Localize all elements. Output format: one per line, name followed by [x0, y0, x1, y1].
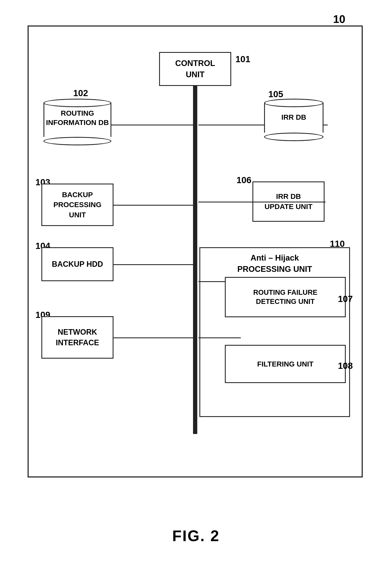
routing-db-cylinder: ROUTING INFORMATION DB	[43, 99, 111, 145]
anti-hijack-label: Anti – Hijack PROCESSING UNIT	[200, 252, 349, 275]
backup-processing-box: BACKUP PROCESSING UNIT	[41, 184, 113, 226]
control-unit-box: CONTROL UNIT	[159, 52, 231, 86]
network-interface-label: NETWORK INTERFACE	[56, 327, 99, 348]
network-interface-box: NETWORK INTERFACE	[41, 316, 113, 359]
backup-processing-connector	[113, 205, 195, 206]
label-106: 106	[237, 175, 251, 185]
label-108: 108	[338, 361, 353, 371]
routing-db-cylinder-body: ROUTING INFORMATION DB	[43, 103, 111, 137]
irr-db-cylinder-body: IRR DB	[264, 103, 323, 133]
irr-db-cylinder: IRR DB	[264, 99, 323, 141]
control-unit-label: CONTROL UNIT	[175, 58, 215, 80]
figure-number-top: 10	[333, 13, 345, 26]
anti-hijack-connector2	[198, 337, 241, 338]
filtering-unit-label: FILTERING UNIT	[257, 359, 313, 369]
routing-db-cylinder-bottom	[43, 137, 111, 145]
routing-db-cylinder-top	[43, 99, 111, 107]
backup-hdd-box: BACKUP HDD	[41, 247, 113, 281]
page-container: 10 CONTROL UNIT 101 102 ROUTING INFORMAT…	[0, 0, 392, 570]
network-interface-connector	[113, 337, 195, 338]
label-101: 101	[236, 54, 250, 64]
routing-db-label: ROUTING INFORMATION DB	[46, 106, 109, 133]
label-105: 105	[268, 89, 283, 99]
irr-db-cylinder-bottom	[264, 133, 323, 141]
label-107: 107	[338, 294, 353, 304]
irr-db-label: IRR DB	[281, 110, 306, 125]
backup-hdd-connector	[113, 264, 195, 265]
fig-caption: FIG. 2	[172, 527, 220, 544]
main-bus-line	[193, 86, 197, 434]
routing-failure-box: ROUTING FAILURE DETECTING UNIT	[225, 277, 346, 317]
anti-hijack-box: Anti – Hijack PROCESSING UNIT	[199, 247, 350, 417]
routing-db-connector	[111, 125, 194, 125]
routing-failure-label: ROUTING FAILURE DETECTING UNIT	[253, 288, 318, 306]
diagram-box: CONTROL UNIT 101 102 ROUTING INFORMATION…	[28, 26, 363, 477]
filtering-unit-box: FILTERING UNIT	[225, 345, 346, 383]
backup-hdd-label: BACKUP HDD	[52, 259, 103, 270]
irr-db-cylinder-top	[264, 99, 323, 107]
irr-update-connector	[198, 202, 326, 202]
label-102: 102	[73, 88, 88, 98]
backup-processing-label: BACKUP PROCESSING UNIT	[54, 190, 102, 220]
